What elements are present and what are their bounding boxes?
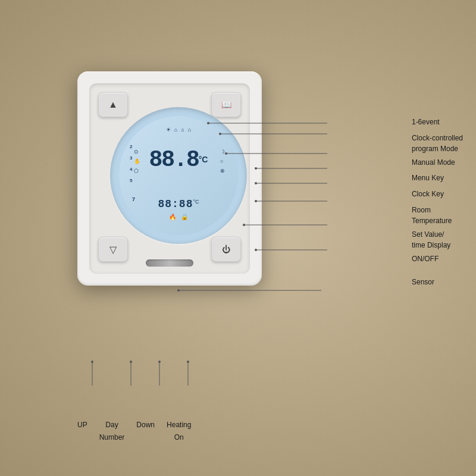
time-value: 88:88 xyxy=(158,198,193,210)
annotation-heating-on: HeatingOn xyxy=(167,418,191,443)
hand-icon: ✋ xyxy=(134,158,140,164)
down-button[interactable]: ▽ xyxy=(98,237,128,262)
annotation-manual-mode: Manual Mode xyxy=(412,156,463,168)
bottom-annotations: UP DayNumber Down HeatingOn xyxy=(77,418,191,443)
clock-ring-icon: ⊙ xyxy=(134,149,140,155)
home-moon-icon: ⌂ xyxy=(188,127,191,133)
thermo-icon: ⊕ xyxy=(220,168,225,174)
flame-icon: 🔥 xyxy=(169,214,176,220)
day-number-display: 7 xyxy=(132,196,135,202)
scale-5: 5 xyxy=(130,178,132,183)
bottom-lcd-icons: 🔥 🔒 xyxy=(169,214,188,220)
annotation-up: UP xyxy=(77,418,87,443)
menu-icon: 📖 xyxy=(221,100,231,109)
circle-icon: ○ xyxy=(220,158,225,164)
home-filled-icon: ⌂ xyxy=(181,127,184,133)
pentagon-icon: ⬠ xyxy=(134,168,140,174)
number-scale: 1 2 3 4 5 xyxy=(130,133,132,183)
up-button[interactable]: ▲ xyxy=(98,92,128,117)
svg-point-23 xyxy=(158,361,161,363)
annotation-down: Down xyxy=(136,418,155,443)
scale-2: 2 xyxy=(130,144,132,149)
svg-point-25 xyxy=(187,361,189,363)
right-icons: ☽ ○ ⊕ xyxy=(220,149,225,174)
thermostat-device: ▲ 📖 1 2 3 4 5 ☀ ⌂ ⌂ xyxy=(77,71,262,286)
home-icon: ⌂ xyxy=(174,127,177,133)
power-button[interactable]: ⏻ xyxy=(211,237,241,262)
lcd-inner: 1 2 3 4 5 ☀ ⌂ ⌂ ⌂ ☽ ○ ⊕ xyxy=(119,116,238,235)
annotation-sensor: Sensor xyxy=(412,276,463,287)
left-icons: ⊙ ✋ ⬠ xyxy=(134,149,140,174)
annotation-room-temp: RoomTemperature xyxy=(412,204,463,226)
annotation-day-number: DayNumber xyxy=(99,418,125,443)
scale-1: 1 xyxy=(130,133,132,138)
scale-3: 3 xyxy=(130,155,132,161)
annotation-menu-key: Menu Key xyxy=(412,172,463,183)
time-unit: °C xyxy=(193,199,199,205)
led-indicator xyxy=(146,259,193,267)
annotation-on-off: ON/OFF xyxy=(412,253,463,264)
svg-point-21 xyxy=(130,361,132,363)
temperature-value: 88.8 xyxy=(149,147,199,173)
right-annotations: 1-6event Clock-controlledprogram Mode Ma… xyxy=(412,116,463,287)
annotation-clock-key: Clock Key xyxy=(412,188,463,199)
svg-point-19 xyxy=(91,361,93,363)
lock-icon: 🔒 xyxy=(181,214,188,220)
annotation-1-6event: 1-6event xyxy=(412,116,463,127)
annotation-set-value: Set Value/time Display xyxy=(412,228,463,250)
down-arrow-icon: ▽ xyxy=(109,244,117,255)
top-icons: ☀ ⌂ ⌂ ⌂ xyxy=(166,127,191,133)
temp-unit: °C xyxy=(199,155,208,164)
lcd-display: 1 2 3 4 5 ☀ ⌂ ⌂ ⌂ ☽ ○ ⊕ xyxy=(110,107,247,244)
menu-button[interactable]: 📖 xyxy=(211,92,241,117)
thermostat-inner: ▲ 📖 1 2 3 4 5 ☀ ⌂ ⌂ xyxy=(89,83,250,274)
up-arrow-icon: ▲ xyxy=(108,99,118,110)
annotation-clock-controlled: Clock-controlledprogram Mode xyxy=(412,132,463,154)
svg-point-17 xyxy=(177,289,180,292)
temperature-display: 88.8°C xyxy=(149,149,208,171)
sun-icon: ☀ xyxy=(166,127,171,133)
moon-icon: ☽ xyxy=(220,149,225,155)
power-icon: ⏻ xyxy=(222,245,230,254)
scale-4: 4 xyxy=(130,167,132,172)
time-display-area: 88:88°C xyxy=(158,198,199,210)
